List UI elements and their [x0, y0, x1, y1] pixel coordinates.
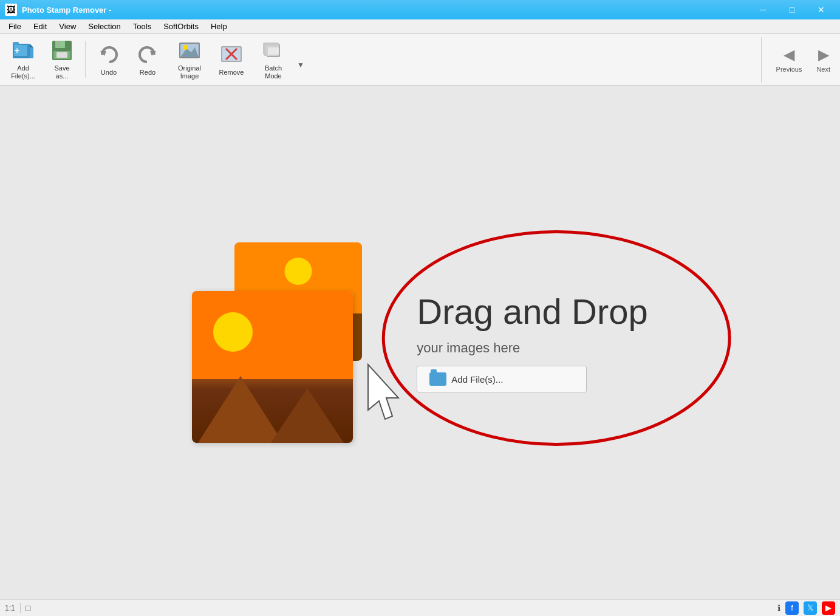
maximize-button[interactable]: □: [778, 0, 806, 19]
batch-mode-button[interactable]: Batch Mode: [252, 37, 295, 83]
window-title: Photo Stamp Remover -: [22, 5, 744, 15]
save-as-button[interactable]: Save as...: [44, 37, 80, 83]
toolbar-separator-1: [85, 41, 86, 78]
menu-selection[interactable]: Selection: [82, 21, 126, 32]
cursor-arrow: [362, 361, 411, 431]
photo-stack: [192, 242, 380, 443]
original-image-label: Original Image: [178, 64, 201, 80]
previous-icon: ◀: [784, 46, 794, 63]
menu-edit[interactable]: Edit: [27, 21, 53, 32]
previous-button[interactable]: ◀ Previous: [771, 44, 807, 75]
next-label: Next: [816, 66, 830, 73]
undo-button[interactable]: Undo: [90, 37, 127, 83]
title-bar: Photo Stamp Remover - ─ □ ✕: [0, 0, 840, 19]
menu-file[interactable]: File: [2, 21, 27, 32]
undo-label: Undo: [101, 69, 117, 77]
main-content[interactable]: Drag and Drop your images here Add File(…: [0, 86, 840, 599]
original-image-button[interactable]: Original Image: [168, 37, 211, 83]
save-icon: [50, 39, 74, 62]
menu-bar: File Edit View Selection Tools SoftOrbit…: [0, 19, 840, 34]
svg-rect-5: [13, 42, 19, 45]
status-bar: 1:1 □ ℹ f 𝕏 ▶: [0, 599, 840, 616]
app-icon: [5, 4, 17, 16]
toolbar-more-button[interactable]: ▼: [297, 61, 304, 69]
menu-help[interactable]: Help: [205, 21, 233, 32]
previous-label: Previous: [776, 66, 802, 73]
redo-label: Redo: [140, 69, 155, 77]
status-icon: □: [26, 603, 30, 613]
add-file-button[interactable]: + Add File(s)...: [5, 37, 41, 83]
svg-marker-27: [368, 364, 398, 419]
twitter-icon[interactable]: 𝕏: [804, 601, 817, 615]
folder-icon: [429, 372, 446, 386]
status-left: 1:1 □: [5, 603, 773, 613]
batch-mode-label: Batch Mode: [265, 64, 282, 80]
add-files-label: Add File(s)...: [451, 374, 503, 385]
nav-controls: ◀ Previous ▶ Next: [761, 37, 835, 83]
svg-rect-9: [57, 41, 60, 47]
svg-rect-8: [55, 41, 65, 48]
next-icon: ▶: [818, 46, 829, 63]
undo-icon: [97, 42, 121, 66]
window-controls: ─ □ ✕: [749, 0, 835, 19]
close-button[interactable]: ✕: [807, 0, 835, 19]
drag-drop-title: Drag and Drop: [417, 292, 647, 331]
svg-point-17: [183, 45, 188, 50]
svg-marker-2: [30, 44, 33, 47]
svg-text:+: +: [15, 46, 19, 55]
save-as-label: Save as...: [54, 64, 69, 80]
svg-rect-11: [56, 52, 67, 58]
status-separator: [20, 603, 21, 613]
facebook-icon[interactable]: f: [785, 601, 799, 615]
svg-rect-3: [30, 47, 33, 58]
batch-mode-icon: [261, 39, 285, 62]
original-image-icon: [177, 39, 202, 62]
photo-front: [192, 291, 353, 443]
remove-icon: [219, 42, 244, 66]
status-right: ℹ f 𝕏 ▶: [777, 601, 835, 615]
add-files-button[interactable]: Add File(s)...: [417, 366, 587, 392]
remove-button[interactable]: Remove: [213, 37, 250, 83]
svg-rect-26: [268, 47, 279, 55]
add-file-icon: +: [11, 39, 35, 62]
zoom-level: 1:1: [5, 604, 15, 612]
menu-softorbits[interactable]: SoftOrbits: [157, 21, 205, 32]
menu-tools[interactable]: Tools: [127, 21, 157, 32]
drop-text-area: Drag and Drop your images here Add File(…: [417, 292, 647, 393]
info-icon[interactable]: ℹ: [777, 603, 780, 613]
add-file-label: Add File(s)...: [11, 64, 35, 80]
menu-view[interactable]: View: [53, 21, 82, 32]
redo-icon: [135, 42, 160, 66]
toolbar: + Add File(s)... Save as... Undo: [0, 34, 840, 86]
minimize-button[interactable]: ─: [749, 0, 777, 19]
youtube-icon[interactable]: ▶: [822, 601, 835, 615]
next-button[interactable]: ▶ Next: [811, 44, 835, 75]
remove-label: Remove: [219, 69, 244, 77]
drag-drop-subtitle: your images here: [417, 340, 647, 356]
redo-button[interactable]: Redo: [129, 37, 166, 83]
